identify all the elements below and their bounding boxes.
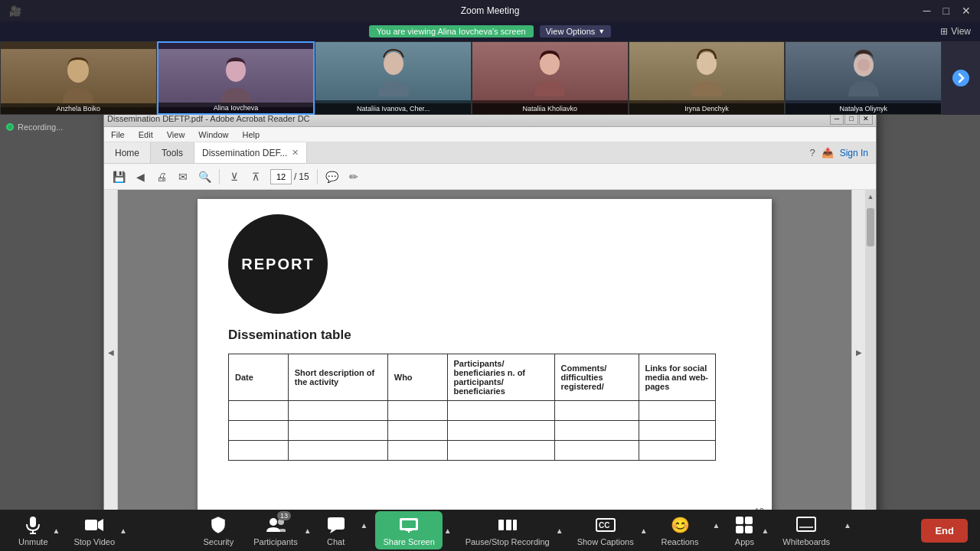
participant-thumb-1[interactable]: Anzhela Boiko — [0, 41, 157, 115]
chat-chevron[interactable]: ▲ — [361, 521, 368, 530]
notification-bar: You are viewing Alina Iovcheva's screen … — [0, 21, 980, 41]
print-btn[interactable]: 🖨 — [152, 167, 172, 187]
prev-page-btn[interactable]: ⊻ — [224, 167, 244, 187]
email-btn[interactable]: ✉ — [173, 167, 193, 187]
participants-btn[interactable]: 13 Participants — [247, 511, 303, 549]
acrobat-menu-bar: File Edit View Window Help — [104, 127, 876, 142]
participant-name-4: Nataliia Kholiavko — [472, 103, 628, 114]
apps-label: Apps — [735, 537, 754, 546]
minimize-btn[interactable]: ─ — [920, 5, 934, 17]
report-circle: REPORT — [228, 214, 328, 314]
page-total: 15 — [299, 171, 309, 182]
scrollbar[interactable]: ▲ — [865, 190, 876, 514]
tab-home[interactable]: Home — [104, 142, 151, 163]
svg-rect-29 — [745, 526, 753, 533]
whiteboards-btn[interactable]: Whiteboards — [776, 511, 836, 549]
whiteboards-chevron[interactable]: ▲ — [844, 521, 851, 530]
avatar-silhouette-5 — [688, 47, 726, 96]
tab-doc-label: Dissemination DEF... — [202, 148, 287, 158]
right-panel[interactable]: ▶ — [851, 190, 865, 514]
prev-file-btn[interactable]: ◀ — [130, 167, 150, 187]
unmute-chevron[interactable]: ▲ — [53, 527, 60, 535]
participant-thumb-6[interactable]: Natalya Oliynyk — [785, 41, 942, 115]
scroll-thumb[interactable] — [867, 208, 874, 246]
zoom-toolbar: Unmute ▲ Stop Video ▲ — [0, 510, 980, 551]
svg-rect-27 — [745, 517, 753, 524]
view-btn[interactable]: ⊞ View — [940, 26, 971, 37]
svg-point-0 — [67, 58, 89, 83]
svg-point-1 — [226, 59, 246, 82]
tab-document[interactable]: Dissemination DEF... ✕ — [194, 142, 307, 163]
scroll-up-btn[interactable]: ▲ — [867, 193, 874, 201]
report-label: REPORT — [241, 256, 314, 273]
maximize-btn[interactable]: □ — [940, 5, 952, 17]
video-chevron[interactable]: ▲ — [119, 527, 127, 535]
chevron-icon: ▼ — [598, 28, 605, 35]
unmute-group: Unmute ▲ — [12, 511, 60, 549]
unmute-btn[interactable]: Unmute — [12, 511, 54, 549]
participant-thumb-2[interactable]: Alina Iovcheva — [157, 41, 315, 115]
search-btn[interactable]: 🔍 — [194, 167, 214, 187]
menu-view[interactable]: View — [165, 129, 188, 140]
next-page-btn[interactable]: ⊼ — [246, 167, 266, 187]
captions-chevron[interactable]: ▲ — [640, 527, 648, 535]
chat-btn[interactable]: Chat — [319, 511, 353, 549]
svg-point-13 — [270, 518, 277, 526]
cell-1-1 — [229, 401, 289, 421]
share-screen-label: Share Screen — [383, 537, 434, 546]
stop-video-btn[interactable]: Stop Video — [67, 511, 121, 549]
share-screen-btn[interactable]: Share Screen — [375, 511, 442, 549]
tab-close-icon[interactable]: ✕ — [292, 148, 299, 158]
share-chevron[interactable]: ▲ — [444, 527, 452, 535]
reactions-chevron[interactable]: ▲ — [712, 521, 720, 530]
cell-3-4 — [447, 441, 554, 461]
pause-stop-group: Pause/Stop Recording ▲ — [459, 511, 564, 549]
participants-strip: Anzhela Boiko Alina Iovcheva Nataliia Iv… — [0, 41, 942, 115]
cell-2-5 — [554, 421, 639, 441]
participant-thumb-3[interactable]: Nataliia Ivanova, Cher... — [315, 41, 472, 115]
help-icon[interactable]: ? — [809, 147, 815, 158]
svg-point-4 — [697, 52, 717, 75]
pause-stop-btn[interactable]: Pause/Stop Recording — [459, 511, 556, 549]
left-panel[interactable]: ◀ — [104, 190, 118, 514]
menu-file[interactable]: File — [109, 129, 127, 140]
share-icon[interactable]: 📤 — [822, 147, 834, 158]
security-btn[interactable]: Security — [197, 511, 240, 549]
view-options-btn[interactable]: View Options ▼ — [540, 25, 612, 37]
page-number-input[interactable] — [270, 169, 292, 184]
participant-thumb-5[interactable]: Iryna Denchyk — [629, 41, 786, 115]
col-description: Short description of the activity — [288, 354, 387, 401]
participants-chevron[interactable]: ▲ — [304, 527, 312, 535]
table-title: Dissemination table — [228, 328, 741, 343]
end-btn[interactable]: End — [921, 519, 968, 543]
captions-btn[interactable]: CC Show Captions — [571, 511, 640, 549]
participant-face-4 — [472, 42, 628, 100]
acrobat-toolbar: 💾 ◀ 🖨 ✉ 🔍 ⊻ ⊼ / 15 💬 ✏ — [104, 164, 876, 190]
tab-tools[interactable]: Tools — [151, 142, 194, 163]
table-row-1 — [229, 401, 716, 421]
tab-right-area: ? 📤 Sign In — [809, 142, 876, 163]
apps-chevron[interactable]: ▲ — [761, 527, 769, 535]
participant-thumb-4[interactable]: Nataliia Kholiavko — [472, 41, 629, 115]
pencil-btn[interactable]: ✏ — [344, 167, 364, 187]
menu-edit[interactable]: Edit — [136, 129, 155, 140]
next-participants-btn[interactable] — [942, 41, 980, 115]
sign-in-btn[interactable]: Sign In — [840, 148, 868, 158]
participant-face-6 — [786, 42, 941, 100]
save-btn[interactable]: 💾 — [109, 167, 129, 187]
reactions-btn[interactable]: 😊 Reactions — [655, 511, 705, 549]
reactions-icon: 😊 — [669, 514, 691, 536]
acrobat-title: Dissemination DEFTP.pdf - Adobe Acrobat … — [107, 114, 310, 123]
comment-btn[interactable]: 💬 — [322, 167, 342, 187]
close-btn[interactable]: ✕ — [959, 5, 974, 17]
cell-1-3 — [387, 401, 447, 421]
menu-help[interactable]: Help — [240, 129, 262, 140]
stop-video-group: Stop Video ▲ — [67, 511, 127, 549]
apps-icon — [733, 514, 755, 536]
pause-stop-chevron[interactable]: ▲ — [556, 527, 564, 535]
cell-1-2 — [288, 401, 387, 421]
svg-rect-11 — [85, 520, 97, 530]
share-screen-icon — [398, 514, 420, 536]
menu-window[interactable]: Window — [196, 129, 230, 140]
apps-btn[interactable]: Apps — [727, 511, 761, 549]
